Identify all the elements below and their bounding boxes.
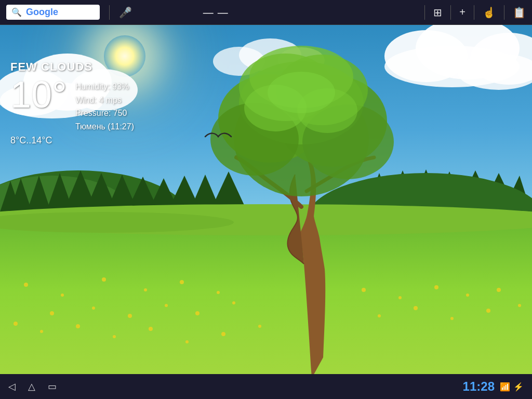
top-bar-right: ⊞ + ☝ 📋 (424, 5, 526, 20)
svg-point-69 (362, 288, 366, 292)
svg-point-57 (128, 314, 132, 318)
svg-point-65 (149, 327, 153, 331)
svg-point-63 (76, 324, 80, 328)
weather-condition: FEW CLOUDS (10, 60, 134, 74)
svg-point-60 (232, 301, 235, 304)
bottom-bar: ◁ △ ▭ 11:28 📶 ⚡ (0, 374, 532, 399)
wind-label: Wind: 4 mps (75, 94, 134, 107)
divider-right-2 (450, 5, 451, 20)
minimize-buttons: — — (203, 7, 228, 18)
search-area: 🔍 Google 🎤 (6, 5, 203, 20)
minimize-btn-2[interactable]: — (218, 7, 228, 18)
svg-point-73 (497, 288, 501, 292)
svg-point-74 (378, 314, 381, 317)
app: 🔍 Google 🎤 — — ⊞ + ☝ 📋 (0, 0, 532, 399)
svg-point-70 (398, 296, 402, 299)
divider-right-3 (474, 5, 474, 20)
location-label: Тюмень (11:27) (75, 120, 134, 134)
google-label: Google (26, 7, 58, 18)
svg-point-56 (92, 307, 95, 310)
svg-point-71 (434, 285, 438, 289)
svg-rect-34 (0, 217, 532, 374)
svg-point-53 (180, 280, 184, 284)
home-button[interactable]: △ (28, 381, 35, 392)
wifi-icon: 📶 (500, 382, 510, 392)
svg-point-61 (14, 322, 18, 326)
nav-buttons: ◁ △ ▭ (8, 381, 57, 392)
svg-point-54 (217, 291, 220, 294)
svg-point-49 (24, 283, 28, 287)
divider-right-1 (424, 5, 425, 20)
grid-icon[interactable]: ⊞ (433, 6, 442, 19)
cursor-icon[interactable]: ☝ (483, 6, 496, 19)
add-icon[interactable]: + (459, 6, 466, 18)
temperature-display: 10° (10, 76, 67, 113)
svg-point-67 (221, 332, 225, 336)
divider (109, 5, 110, 20)
top-bar: 🔍 Google 🎤 — — ⊞ + ☝ 📋 (0, 0, 532, 25)
scene: FEW CLOUDS 10° Humidity: 93% Wind: 4 mps… (0, 25, 532, 374)
svg-point-51 (102, 277, 106, 282)
svg-point-50 (61, 294, 64, 297)
svg-point-76 (450, 317, 454, 320)
weather-details: Humidity: 93% Wind: 4 mps Pressure: 750 … (75, 76, 134, 133)
svg-point-58 (165, 304, 168, 307)
temp-range: 8°C..14°C (10, 135, 134, 146)
svg-point-75 (414, 306, 418, 310)
battery-icon: ⚡ (513, 382, 524, 392)
menu-icon[interactable]: 📋 (513, 6, 526, 19)
mic-icon[interactable]: 🎤 (119, 6, 132, 19)
recent-button[interactable]: ▭ (48, 381, 57, 392)
svg-point-52 (144, 288, 147, 291)
humidity-label: Humidity: 93% (75, 80, 134, 94)
svg-point-64 (113, 335, 116, 338)
google-search-bar[interactable]: 🔍 Google (6, 5, 100, 20)
svg-point-55 (50, 311, 54, 315)
pressure-label: Pressure: 750 (75, 107, 134, 120)
status-icons: 📶 ⚡ (500, 382, 524, 392)
back-button[interactable]: ◁ (8, 381, 16, 392)
minimize-btn-1[interactable]: — (203, 7, 214, 18)
svg-point-68 (258, 325, 261, 328)
svg-point-78 (518, 304, 521, 307)
weather-widget[interactable]: FEW CLOUDS 10° Humidity: 93% Wind: 4 mps… (10, 60, 134, 146)
svg-point-77 (486, 309, 490, 313)
svg-point-72 (466, 294, 469, 297)
search-icon: 🔍 (11, 7, 22, 17)
svg-point-62 (40, 330, 43, 333)
status-area: 11:28 📶 ⚡ (463, 379, 524, 394)
svg-point-59 (195, 311, 200, 315)
divider-right-4 (504, 5, 504, 20)
svg-point-66 (185, 340, 189, 343)
svg-point-48 (268, 72, 335, 113)
clock-display: 11:28 (463, 379, 495, 394)
weather-main-row: 10° Humidity: 93% Wind: 4 mps Pressure: … (10, 76, 134, 133)
